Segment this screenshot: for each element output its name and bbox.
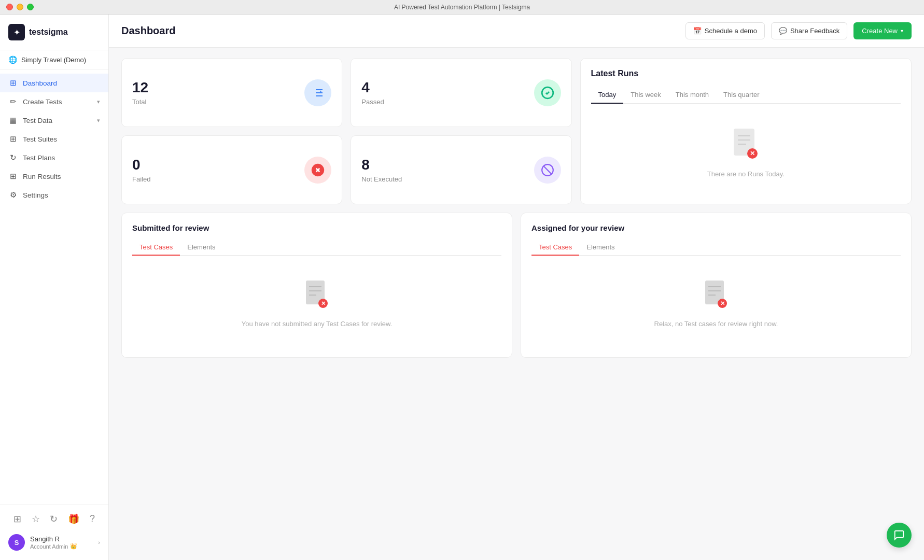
tab-this-week[interactable]: This week — [623, 87, 668, 104]
run-results-icon: ⊞ — [8, 172, 18, 181]
share-feedback-button[interactable]: 💬 Share Feedback — [771, 22, 847, 39]
latest-runs-empty: ✕ There are no Runs Today. — [591, 112, 901, 193]
stat-value-failed: 0 — [132, 157, 150, 173]
sidebar-nav: ⊞ Dashboard ✏ Create Tests ▾ ▦ Test Data… — [0, 69, 108, 505]
assigned-tab-elements[interactable]: Elements — [579, 240, 622, 256]
failed-icon — [304, 157, 331, 184]
assigned-review-empty: ✕ Relax, no Test cases for review right … — [531, 264, 901, 343]
chevron-down-icon: ▾ — [97, 117, 100, 124]
stat-label-not-executed: Not Executed — [361, 175, 402, 183]
sidebar-item-label: Run Results — [23, 173, 61, 180]
submitted-tab-test-cases[interactable]: Test Cases — [132, 240, 180, 256]
project-label: Simply Travel (Demo) — [21, 56, 86, 64]
assigned-tab-test-cases[interactable]: Test Cases — [531, 240, 579, 256]
test-data-icon: ▦ — [8, 116, 18, 125]
user-chevron-icon: › — [98, 539, 100, 545]
user-info: Sangith R Account Admin 👑 — [30, 535, 93, 550]
sidebar-item-label: Create Tests — [23, 98, 62, 106]
sidebar-item-label: Test Suites — [23, 135, 57, 143]
user-profile[interactable]: S Sangith R Account Admin 👑 › — [0, 529, 108, 556]
submitted-review-title: Submitted for review — [132, 223, 501, 232]
sidebar-item-dashboard[interactable]: ⊞ Dashboard — [0, 74, 108, 92]
header: Dashboard 📅 Schedule a demo 💬 Share Feed… — [109, 15, 924, 48]
review-sections: Submitted for review Test Cases Elements — [121, 213, 912, 358]
project-selector[interactable]: 🌐 Simply Travel (Demo) — [0, 50, 108, 69]
sidebar-item-label: Test Plans — [23, 154, 55, 162]
stat-info-not-executed: 8 Not Executed — [361, 157, 402, 183]
sidebar-item-test-data[interactable]: ▦ Test Data ▾ — [0, 111, 108, 130]
logo-area: ✦ testsigma — [0, 15, 108, 50]
svg-text:✕: ✕ — [750, 150, 755, 157]
stat-value-passed: 4 — [361, 79, 384, 96]
test-plans-icon: ↻ — [8, 153, 18, 162]
stat-info-failed: 0 Failed — [132, 157, 150, 183]
help-icon[interactable]: ? — [90, 513, 95, 525]
user-role: Account Admin 👑 — [30, 543, 93, 550]
chevron-down-icon: ▾ — [97, 99, 100, 105]
page-title: Dashboard — [121, 25, 677, 37]
stat-label-failed: Failed — [132, 175, 150, 183]
main-content: Dashboard 📅 Schedule a demo 💬 Share Feed… — [109, 15, 924, 560]
stat-card-total: 12 Total — [121, 58, 342, 127]
create-tests-icon: ✏ — [8, 97, 18, 106]
submitted-review-card: Submitted for review Test Cases Elements — [121, 213, 512, 358]
stat-label-total: Total — [132, 98, 148, 106]
sidebar-item-test-suites[interactable]: ⊞ Test Suites — [0, 130, 108, 148]
bookmark-icon[interactable]: ☆ — [32, 513, 40, 525]
dashboard-content: 12 Total — [109, 48, 924, 560]
tab-this-month[interactable]: This month — [668, 87, 716, 104]
refresh-icon[interactable]: ↻ — [50, 513, 58, 525]
assigned-review-tabs: Test Cases Elements — [531, 240, 901, 256]
stat-card-passed: 4 Passed — [351, 58, 571, 127]
sidebar-item-label: Dashboard — [23, 79, 57, 87]
latest-runs-tabs: Today This week This month This quarter — [591, 87, 901, 104]
submitted-tab-elements[interactable]: Elements — [180, 240, 222, 256]
not-executed-icon — [534, 157, 561, 184]
settings-icon: ⚙ — [8, 190, 18, 200]
passed-icon — [534, 79, 561, 106]
stat-value-not-executed: 8 — [361, 157, 402, 173]
stat-info-passed: 4 Passed — [361, 79, 384, 106]
assigned-review-empty-text: Relax, no Test cases for review right no… — [654, 320, 778, 328]
user-name: Sangith R — [30, 535, 93, 543]
submitted-review-empty-text: You have not submitted any Test Cases fo… — [242, 320, 393, 328]
window-controls[interactable] — [6, 4, 34, 10]
schedule-demo-button[interactable]: 📅 Schedule a demo — [685, 22, 765, 39]
stats-and-runs-section: 12 Total — [121, 58, 912, 204]
bottom-icons: ⊞ ☆ ↻ 🎁 ? — [0, 509, 108, 529]
stat-info-total: 12 Total — [132, 79, 148, 106]
window-title: AI Powered Test Automation Platform | Te… — [394, 4, 530, 11]
chevron-down-icon: ▾ — [901, 28, 903, 34]
submitted-review-tabs: Test Cases Elements — [132, 240, 501, 256]
chat-button[interactable] — [887, 523, 912, 548]
calendar-icon: 📅 — [693, 27, 702, 35]
create-new-button[interactable]: Create New ▾ — [853, 22, 912, 39]
tab-today[interactable]: Today — [591, 87, 624, 104]
stats-grid: 12 Total — [121, 58, 572, 204]
sidebar-bottom: ⊞ ☆ ↻ 🎁 ? S Sangith R Account Admin 👑 › — [0, 505, 108, 560]
sidebar-item-create-tests[interactable]: ✏ Create Tests ▾ — [0, 92, 108, 111]
latest-runs-empty-text: There are no Runs Today. — [707, 170, 785, 178]
header-actions: 📅 Schedule a demo 💬 Share Feedback Creat… — [685, 22, 912, 39]
sidebar-item-run-results[interactable]: ⊞ Run Results — [0, 167, 108, 186]
sidebar-item-label: Test Data — [23, 117, 52, 124]
maximize-button[interactable] — [27, 4, 34, 10]
sidebar-item-settings[interactable]: ⚙ Settings — [0, 186, 108, 204]
stat-card-failed: 0 Failed — [121, 135, 342, 204]
latest-runs-title: Latest Runs — [591, 69, 901, 78]
tab-this-quarter[interactable]: This quarter — [716, 87, 766, 104]
stat-label-passed: Passed — [361, 98, 384, 106]
grid-icon[interactable]: ⊞ — [13, 513, 21, 525]
svg-text:✕: ✕ — [720, 300, 725, 306]
test-suites-icon: ⊞ — [8, 134, 18, 144]
sidebar-item-test-plans[interactable]: ↻ Test Plans — [0, 148, 108, 167]
crown-icon: 👑 — [70, 543, 77, 550]
gift-icon[interactable]: 🎁 — [68, 513, 79, 525]
titlebar: AI Powered Test Automation Platform | Te… — [0, 0, 924, 15]
project-icon: 🌐 — [8, 55, 17, 64]
minimize-button[interactable] — [17, 4, 23, 10]
stat-card-not-executed: 8 Not Executed — [351, 135, 571, 204]
sidebar-item-label: Settings — [23, 191, 48, 199]
avatar: S — [8, 534, 25, 551]
close-button[interactable] — [6, 4, 13, 10]
